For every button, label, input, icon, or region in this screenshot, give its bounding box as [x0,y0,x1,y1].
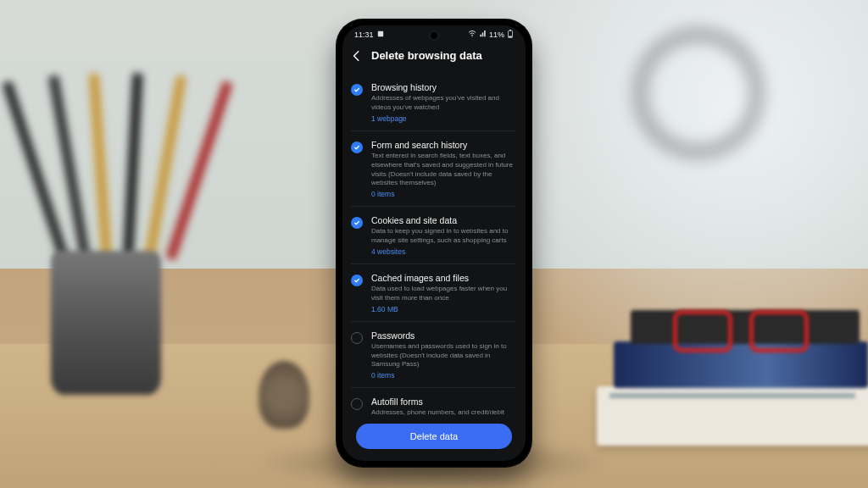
battery-icon [507,30,514,40]
list-item-title: Cached images and files [371,272,515,284]
list-item-body: Cookies and site dataData to keep you si… [371,214,515,256]
list-item-title: Passwords [371,330,515,341]
list-item-stat: 4 websites [371,247,515,256]
list-item[interactable]: Browsing historyAddresses of webpages yo… [351,74,515,131]
back-button[interactable] [351,50,363,62]
checkbox[interactable] [351,84,363,96]
camera-hole [431,32,437,39]
svg-rect-0 [377,31,382,36]
list-item[interactable]: Cached images and filesData used to load… [351,264,515,322]
background-light-ring [631,25,766,161]
checkbox[interactable] [351,332,363,344]
notification-icon [377,30,384,39]
list-item-title: Browsing history [371,81,515,93]
footer-bar: Delete data [342,415,526,461]
list-item-title: Form and search history [371,139,515,151]
checkbox[interactable] [351,398,363,410]
wifi-icon [468,30,476,39]
list-item-stat: 1 webpage [371,114,515,123]
list-item-title: Cookies and site data [371,214,515,226]
signal-icon [479,30,487,39]
pencil-holder-contents [42,47,203,259]
list-item[interactable]: Autofill formsAddresses, phone numbers, … [351,388,515,415]
list-item-stat: 1.60 MB [371,305,515,313]
list-item[interactable]: PasswordsUsernames and passwords used to… [351,322,515,389]
list-item-description: Data used to load webpages faster when y… [371,285,515,303]
title-bar: Delete browsing data [342,44,526,74]
list-item-description: Addresses, phone numbers, and credit/deb… [371,408,515,415]
checkbox[interactable] [351,274,363,286]
svg-rect-3 [509,30,511,30]
list-item-stat: 0 items [371,371,515,380]
list-item[interactable]: Form and search historyText entered in s… [351,131,515,207]
list-item-description: Data to keep you signed in to websites a… [371,227,515,246]
list-item-description: Addresses of webpages you've visited and… [371,94,515,113]
list-item-body: Browsing historyAddresses of webpages yo… [371,81,515,123]
svg-point-1 [471,36,472,36]
pencil-cup [51,251,161,395]
list-item-body: Cached images and filesData used to load… [371,272,515,313]
list-item-description: Usernames and passwords used to sign in … [371,342,515,369]
list-item-stat: 0 items [371,190,515,198]
battery-percentage: 11% [489,30,504,39]
list-item-description: Text entered in search fields, text boxe… [371,152,515,188]
settings-list[interactable]: Browsing historyAddresses of webpages yo… [342,74,526,415]
svg-rect-4 [509,36,512,38]
list-item-body: Form and search historyText entered in s… [371,139,515,198]
status-time: 11:31 [354,30,374,39]
phone-screen: 11:31 11% [342,25,526,461]
pinecone-decoration [259,361,309,429]
list-item-title: Autofill forms [371,396,515,408]
checkbox[interactable] [351,141,363,153]
eyeglasses [673,302,809,348]
list-item-body: Autofill formsAddresses, phone numbers, … [371,396,515,415]
list-item[interactable]: Cookies and site dataData to keep you si… [351,207,515,264]
delete-data-button[interactable]: Delete data [356,424,512,449]
page-title: Delete browsing data [371,49,482,62]
checkbox[interactable] [351,217,363,229]
list-item-body: PasswordsUsernames and passwords used to… [371,330,515,380]
phone-frame: 11:31 11% [336,19,532,468]
